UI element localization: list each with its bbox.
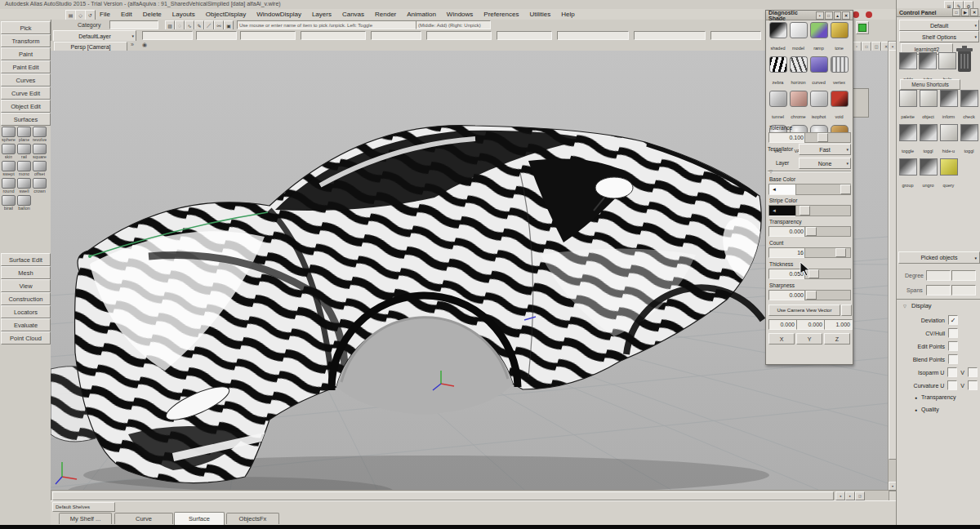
palette-tab-surfaces[interactable]: Surfaces (1, 113, 51, 126)
surf-tool-mono[interactable]: mono (16, 161, 32, 176)
shelf-header[interactable]: Default Shelves (52, 502, 115, 512)
diag-mode-tone[interactable]: tone (829, 22, 849, 53)
surf-tool-offset[interactable]: offset (32, 161, 47, 176)
surf-tool-plane[interactable]: plane (16, 127, 32, 142)
menu-layouts[interactable]: Layouts (172, 11, 195, 18)
curvature-v-checkbox[interactable] (968, 380, 978, 390)
surf-tool-ballon[interactable]: ballon (16, 195, 32, 211)
scroll-resize-icon[interactable]: ◲ (855, 491, 865, 500)
3d-viewport-canvas[interactable] (51, 51, 888, 490)
palette-tab-paint-edit[interactable]: Paint Edit (1, 60, 51, 73)
palette-tab-curve-edit[interactable]: Curve Edit (1, 87, 51, 100)
chevrons-icon[interactable]: » (131, 42, 134, 47)
floating-tool-box[interactable] (851, 88, 869, 118)
menu-render[interactable]: Render (375, 11, 396, 18)
shortcut-check[interactable]: check (960, 90, 978, 122)
menu-delete[interactable]: Delete (143, 11, 162, 18)
layerbar-field-2[interactable] (196, 31, 237, 40)
spans-field-v[interactable] (951, 285, 976, 296)
surf-tool-swept[interactable]: swept (1, 161, 16, 176)
palette-tab-transform[interactable]: Transform (1, 34, 51, 47)
collapse-icon[interactable]: ▴ (834, 11, 842, 20)
eye-icon[interactable]: ◉ (142, 42, 147, 48)
section-expander-icon[interactable]: ▽ (769, 169, 773, 174)
diag-mode-horizon[interactable]: horizon (788, 56, 808, 87)
diag-mode-curved[interactable]: curved (808, 56, 829, 87)
category-field[interactable] (109, 20, 158, 29)
blend-points-checkbox[interactable] (948, 354, 958, 364)
menu-preferences[interactable]: Preferences (483, 11, 519, 18)
palette-tab-pick[interactable]: Pick (1, 21, 51, 34)
palette-tab-surface-edit[interactable]: Surface Edit (1, 253, 51, 266)
tolerance-field[interactable]: 0.100 (768, 132, 806, 143)
shortcut-toggle-2[interactable]: toggl (919, 124, 938, 156)
palette-tab-point-cloud[interactable]: Point Cloud (1, 331, 51, 345)
palette-tab-construction[interactable]: Construction (1, 292, 51, 305)
vector-x-field[interactable]: 0.000 (768, 319, 797, 330)
diag-mode-ramp[interactable]: ramp (808, 22, 829, 53)
menu-utilities[interactable]: Utilities (529, 11, 550, 18)
shelf-tab-surface[interactable]: Surface (174, 512, 225, 525)
scroll-left-icon[interactable]: ◂ (835, 491, 845, 500)
display-expander-icon[interactable]: ▽ (903, 304, 906, 309)
tessellator-dropdown[interactable]: Fast▾ (799, 144, 851, 155)
cvhull-checkbox[interactable] (948, 328, 958, 338)
control-panel-titlebar[interactable]: Control Panel □ ▶ ✕ (897, 8, 980, 17)
close-icon[interactable]: ✕ (970, 8, 978, 16)
menu-windowdisplay[interactable]: WindowDisplay (256, 11, 301, 18)
diag-mode-isophot[interactable]: isophot (808, 91, 829, 122)
axis-x-button[interactable]: X (768, 333, 795, 345)
surf-tool-crown[interactable]: crown (32, 178, 47, 193)
curvature-u-checkbox[interactable] (947, 380, 957, 390)
edit-points-checkbox[interactable] (948, 341, 958, 351)
menu-file[interactable]: File (100, 11, 110, 18)
diag-mode-chrome[interactable]: chrome (788, 91, 808, 122)
menu-windows[interactable]: Windows (447, 11, 473, 18)
camera-vector-option-box[interactable] (841, 305, 852, 316)
spans-field-u[interactable] (926, 285, 951, 296)
diag-mode-model[interactable]: model (788, 22, 808, 53)
diag-mode-zebra[interactable]: zebra (768, 56, 788, 87)
palette-tab-paint[interactable]: Paint (1, 47, 51, 60)
diag-mode-shaded[interactable]: shaded (768, 22, 788, 53)
menu-objectdisplay[interactable]: ObjectDisplay (206, 11, 246, 18)
diag-mode-vertex[interactable]: vertex (829, 56, 849, 87)
transparency-slider[interactable] (804, 226, 851, 237)
axis-z-button[interactable]: Z (824, 333, 850, 345)
transparency-field[interactable]: 0.000 (768, 226, 806, 237)
diag-layer-dropdown[interactable]: None▾ (799, 158, 851, 169)
palette-tab-object-edit[interactable]: Object Edit (1, 100, 51, 113)
shortcut-palette[interactable]: palette (898, 90, 917, 122)
sharpness-slider[interactable] (804, 290, 851, 300)
stripe-color-slider[interactable] (795, 205, 851, 216)
layerbar-field-8[interactable] (557, 31, 629, 40)
quality-expander[interactable]: ● Quality (915, 407, 939, 412)
surf-tool-sphere[interactable]: sphere (1, 127, 16, 142)
red-dot-icon[interactable] (853, 11, 859, 18)
diag-mode-void[interactable]: void (829, 91, 849, 122)
palette-tab-curves[interactable]: Curves (1, 73, 51, 87)
isoparm-v-checkbox[interactable] (968, 367, 978, 377)
maximize-icon[interactable]: □ (825, 11, 833, 20)
shortcut-query[interactable]: query (939, 158, 958, 190)
use-camera-view-vector-button[interactable]: Use Camera View Vector (768, 305, 840, 316)
pin-icon[interactable]: ▪ (816, 11, 824, 20)
shortcut-ungroup[interactable]: ungro (919, 158, 938, 190)
palette-tab-view[interactable]: View (1, 279, 51, 292)
layerbar-field-6[interactable] (426, 31, 492, 40)
green-swatch-icon[interactable] (856, 21, 869, 34)
shortcut-group[interactable]: group (898, 158, 917, 190)
hscroll-thumb[interactable] (52, 491, 834, 500)
palette-tab-mesh[interactable]: Mesh (1, 266, 51, 279)
preset-dropdown[interactable]: Default▾ (899, 20, 979, 31)
shelf-tab-my-shelf[interactable]: My Shelf ... (59, 513, 112, 524)
degree-field-v[interactable] (951, 270, 976, 281)
axis-y-button[interactable]: Y (796, 333, 822, 345)
menu-canvas[interactable]: Canvas (342, 11, 364, 18)
shortcut-hide-unused[interactable]: hide-u (939, 124, 958, 156)
transparency-expander[interactable]: ● Transparency (915, 394, 956, 400)
maximize-icon[interactable]: □ (952, 8, 960, 16)
tolerance-slider[interactable] (804, 132, 851, 143)
layerbar-field-9[interactable] (634, 31, 706, 40)
layer-selector[interactable]: DefaultLayer▾ (53, 30, 136, 42)
